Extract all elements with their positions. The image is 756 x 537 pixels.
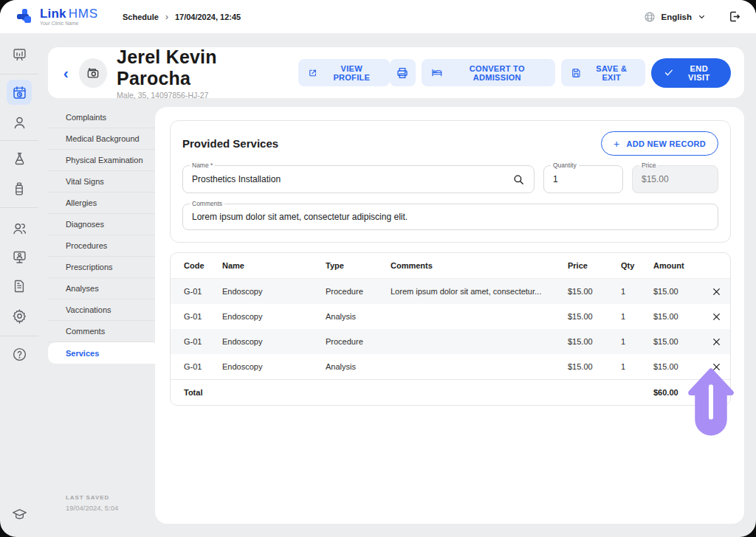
- table-total-row: Total $60.00: [171, 379, 730, 405]
- app-window: LinkHMS Your Clinic Name Schedule › 17/0…: [0, 0, 756, 537]
- visit-workspace: Complaints Medical Background Physical E…: [48, 107, 744, 524]
- breadcrumb: Schedule › 17/04/2024, 12:45: [123, 12, 241, 22]
- close-icon: [712, 337, 721, 347]
- globe-icon: [644, 11, 656, 23]
- chevron-down-icon: [697, 12, 707, 21]
- nav-item-physical-examination[interactable]: Physical Examination: [48, 150, 155, 171]
- sidebar-lab-icon[interactable]: [7, 146, 32, 171]
- view-profile-button[interactable]: VIEW PROFILE: [298, 59, 390, 86]
- save-icon: [571, 67, 582, 79]
- bed-icon: [431, 66, 443, 79]
- check-icon: [664, 67, 674, 78]
- add-new-record-button[interactable]: + ADD NEW RECORD: [601, 131, 718, 156]
- provided-services-box: Provided Services + ADD NEW RECORD Name …: [170, 120, 731, 243]
- comments-label: Comments: [190, 201, 224, 207]
- logout-button[interactable]: [727, 10, 741, 24]
- sidebar-pharmacy-icon[interactable]: [7, 176, 32, 201]
- sidebar-reports-icon[interactable]: [7, 274, 32, 299]
- sidebar-schedule-icon[interactable]: [7, 80, 32, 105]
- last-saved: LAST SAVED 19/04/2024, 5:04: [66, 494, 118, 512]
- nav-item-prescriptions[interactable]: Prescriptions: [48, 257, 155, 278]
- nav-item-medical-background[interactable]: Medical Background: [48, 128, 155, 150]
- nav-item-comments[interactable]: Comments: [48, 321, 155, 342]
- quantity-label: Quantity: [551, 162, 579, 169]
- section-title: Provided Services: [182, 137, 278, 150]
- top-bar: LinkHMS Your Clinic Name Schedule › 17/0…: [0, 0, 756, 33]
- nav-item-analyses[interactable]: Analyses: [48, 278, 155, 299]
- nav-item-procedures[interactable]: Procedures: [48, 235, 155, 257]
- brand-name-secondary: HMS: [69, 7, 98, 21]
- quantity-field[interactable]: Quantity 1: [543, 165, 623, 193]
- printer-icon: [396, 66, 409, 80]
- last-saved-value: 19/04/2024, 5:04: [66, 504, 118, 512]
- nav-item-complaints[interactable]: Complaints: [48, 107, 155, 128]
- patient-header-card: ‹ Jerel Kevin Parocha Male, 35, 14097856…: [48, 47, 744, 98]
- total-amount: $60.00: [653, 388, 702, 397]
- search-icon[interactable]: [512, 173, 525, 186]
- breadcrumb-schedule[interactable]: Schedule: [123, 13, 159, 21]
- brand-name-primary: Link: [40, 7, 66, 21]
- sidebar-dashboard-icon[interactable]: [7, 41, 32, 66]
- patient-name: Jerel Kevin Parocha: [117, 46, 285, 89]
- patient-details: Male, 35, 14097856-HJ-27: [117, 91, 285, 100]
- visit-section-nav: Complaints Medical Background Physical E…: [48, 107, 155, 524]
- nav-item-vital-signs[interactable]: Vital Signs: [48, 171, 155, 193]
- table-row: G-01 Endoscopy Procedure Lorem ipsum dol…: [171, 279, 730, 304]
- total-label: Total: [184, 388, 222, 397]
- language-selector[interactable]: English: [644, 11, 707, 23]
- nav-item-diagnoses[interactable]: Diagnoses: [48, 214, 155, 235]
- service-name-label: Name *: [190, 162, 215, 169]
- last-saved-label: LAST SAVED: [66, 494, 118, 501]
- end-visit-button[interactable]: END VISIT: [651, 58, 731, 88]
- back-button[interactable]: ‹: [57, 65, 75, 80]
- plus-icon: +: [614, 139, 619, 149]
- table-row: G-01 Endoscopy Analysis $15.00 1 $15.00: [171, 354, 730, 379]
- delete-row-button[interactable]: [712, 312, 721, 322]
- language-label: English: [661, 13, 692, 21]
- service-comments-field[interactable]: Comments Lorem ipsum dolor sit amet, con…: [182, 204, 718, 230]
- nav-item-allergies[interactable]: Allergies: [48, 193, 155, 214]
- table-row: G-01 Endoscopy Procedure $15.00 1 $15.00: [171, 329, 730, 354]
- nav-item-services[interactable]: Services: [48, 342, 155, 364]
- open-in-new-icon: [308, 68, 317, 78]
- delete-row-button[interactable]: [712, 337, 721, 347]
- close-icon: [712, 287, 721, 297]
- service-name-field[interactable]: Name * Prosthetics Installation: [182, 165, 535, 193]
- save-and-exit-button[interactable]: SAVE & EXIT: [561, 59, 645, 86]
- table-row: G-01 Endoscopy Analysis $15.00 1 $15.00: [171, 304, 730, 329]
- table-header-row: Code Name Type Comments Price Qty Amount: [171, 253, 730, 279]
- close-icon: [712, 362, 721, 372]
- sidebar-hr-icon[interactable]: [7, 215, 32, 240]
- camera-plus-icon: [86, 66, 100, 80]
- sidebar-settings-icon[interactable]: [7, 303, 32, 328]
- services-table: Code Name Type Comments Price Qty Amount…: [170, 252, 731, 406]
- sidebar-education-icon[interactable]: [7, 502, 32, 527]
- breadcrumb-separator-icon: ›: [165, 12, 168, 22]
- close-icon: [712, 312, 721, 322]
- patient-avatar-upload[interactable]: [79, 58, 107, 88]
- convert-to-admission-button[interactable]: CONVERT TO ADMISSION: [422, 59, 555, 86]
- breadcrumb-current: 17/04/2024, 12:45: [175, 13, 241, 21]
- icon-rail-sidebar: [0, 33, 38, 537]
- sidebar-help-icon[interactable]: [7, 342, 32, 367]
- price-label: Price: [639, 162, 658, 169]
- app-logo[interactable]: LinkHMS Your Clinic Name: [15, 7, 105, 27]
- brand-tagline: Your Clinic Name: [40, 21, 98, 27]
- sidebar-patients-icon[interactable]: [7, 110, 32, 135]
- services-panel: Provided Services + ADD NEW RECORD Name …: [155, 107, 744, 524]
- delete-row-button[interactable]: [712, 362, 721, 372]
- nav-item-vaccinations[interactable]: Vaccinations: [48, 299, 155, 321]
- delete-row-button[interactable]: [712, 287, 721, 297]
- logo-cross-icon: [15, 7, 34, 27]
- sidebar-telehealth-icon[interactable]: [7, 244, 32, 269]
- logout-icon: [727, 10, 741, 24]
- print-button[interactable]: [390, 59, 416, 86]
- price-field: Price $15.00: [632, 165, 718, 193]
